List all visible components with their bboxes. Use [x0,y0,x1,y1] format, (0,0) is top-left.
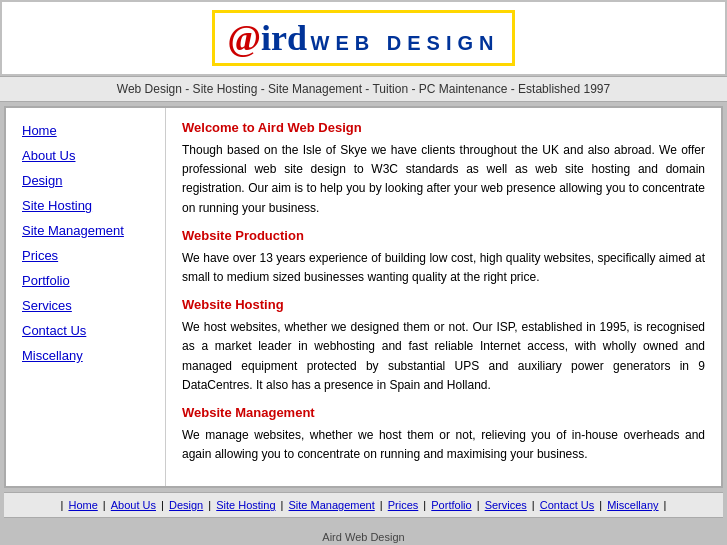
header: @ird WEB DESIGN [0,0,727,76]
footer-info: Aird Web Design The Braes, Portree, Isle… [0,518,727,545]
footer-nav-site-hosting[interactable]: Site Hosting [216,499,275,511]
content-area: Welcome to Aird Web Design Though based … [166,108,721,486]
footer-nav-home[interactable]: Home [68,499,97,511]
footer-nav-services[interactable]: Services [485,499,527,511]
section-management-heading: Website Management [182,405,705,420]
sidebar-item-portfolio[interactable]: Portfolio [6,268,165,293]
section-production-heading: Website Production [182,228,705,243]
logo-webdesign-text: WEB DESIGN [311,32,500,54]
footer-nav-miscellany[interactable]: Miscellany [607,499,658,511]
sidebar: Home About Us Design Site Hosting Site M… [6,108,166,486]
section-welcome-heading: Welcome to Aird Web Design [182,120,705,135]
section-management: Website Management We manage websites, w… [182,405,705,464]
sidebar-item-prices[interactable]: Prices [6,243,165,268]
footer-nav-site-management[interactable]: Site Management [289,499,375,511]
section-hosting-text: We host websites, whether we designed th… [182,318,705,395]
section-welcome: Welcome to Aird Web Design Though based … [182,120,705,218]
sidebar-item-about-us[interactable]: About Us [6,143,165,168]
footer-nav-about-us[interactable]: About Us [111,499,156,511]
tagline-text: Web Design - Site Hosting - Site Managem… [117,82,610,96]
footer-nav: | Home | About Us | Design | Site Hostin… [4,492,723,518]
sidebar-item-design[interactable]: Design [6,168,165,193]
sidebar-item-home[interactable]: Home [6,118,165,143]
sidebar-item-services[interactable]: Services [6,293,165,318]
sidebar-item-contact-us[interactable]: Contact Us [6,318,165,343]
logo-container: @ird WEB DESIGN [212,10,514,66]
section-welcome-text: Though based on the Isle of Skye we have… [182,141,705,218]
section-management-text: We manage websites, whether we host them… [182,426,705,464]
footer-nav-portfolio[interactable]: Portfolio [431,499,471,511]
logo-ird-text: ird [261,18,307,58]
section-hosting-heading: Website Hosting [182,297,705,312]
sidebar-item-site-hosting[interactable]: Site Hosting [6,193,165,218]
sidebar-item-site-management[interactable]: Site Management [6,218,165,243]
footer-nav-prices[interactable]: Prices [388,499,419,511]
footer-nav-design[interactable]: Design [169,499,203,511]
section-production: Website Production We have over 13 years… [182,228,705,287]
sidebar-item-miscellany[interactable]: Miscellany [6,343,165,368]
section-hosting: Website Hosting We host websites, whethe… [182,297,705,395]
logo-at-symbol: @ [227,18,261,58]
footer-company: Aird Web Design [10,528,717,545]
footer-nav-contact-us[interactable]: Contact Us [540,499,594,511]
tagline-bar: Web Design - Site Hosting - Site Managem… [0,76,727,102]
main-area: Home About Us Design Site Hosting Site M… [4,106,723,488]
section-production-text: We have over 13 years experience of buil… [182,249,705,287]
